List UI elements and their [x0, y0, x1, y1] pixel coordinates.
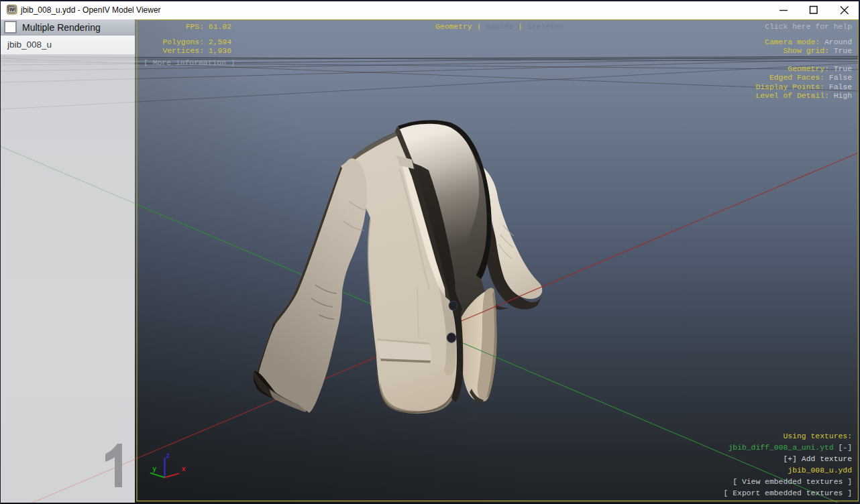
svg-text:x: x: [182, 465, 186, 473]
svg-text:z: z: [166, 452, 170, 460]
svg-text:y: y: [152, 465, 157, 473]
svg-text:IV: IV: [10, 7, 15, 12]
